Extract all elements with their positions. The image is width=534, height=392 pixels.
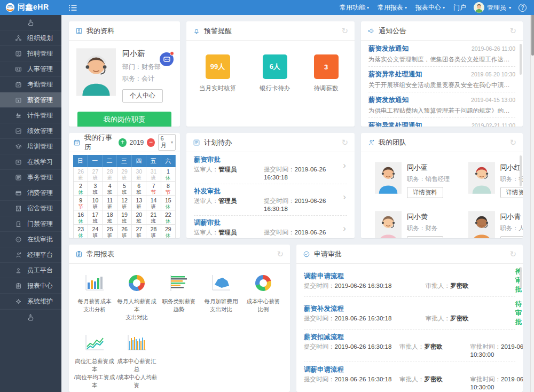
member-detail-button[interactable]: 详情资料 xyxy=(407,187,443,198)
refresh-icon[interactable]: ↻ xyxy=(509,27,516,35)
message-icon[interactable] xyxy=(160,52,174,66)
refresh-icon[interactable]: ↻ xyxy=(341,138,348,146)
refresh-icon[interactable]: ↻ xyxy=(509,138,516,146)
year-increment-button[interactable]: + xyxy=(119,138,126,147)
sidebar-item[interactable]: 绩效管理 xyxy=(0,123,61,139)
sidebar-item[interactable]: 在线审批 xyxy=(0,232,61,247)
year-decrement-button[interactable]: − xyxy=(147,138,154,147)
my-duties-button[interactable]: 我的岗位职责 xyxy=(77,112,171,127)
sidebar-item[interactable]: 人事管理 xyxy=(0,61,61,77)
chevron-right-icon[interactable]: › xyxy=(343,223,346,234)
calendar-card: 我的行事历 + 2019 − 6月 ▾ 日一二三四五六 xyxy=(69,133,180,238)
todo-title[interactable]: 调薪审批 xyxy=(194,218,347,228)
member-detail-button[interactable]: 详情资料 xyxy=(407,236,443,238)
sidebar-item[interactable]: 经理平台 xyxy=(0,247,61,263)
sidebar-item[interactable]: 计件管理 xyxy=(0,108,61,123)
day-status: 班 xyxy=(146,204,160,209)
help-icon[interactable]: ? xyxy=(519,4,527,12)
alert-stat[interactable]: 6人 银行卡待办 xyxy=(260,54,290,92)
refresh-icon[interactable]: ↻ xyxy=(277,250,284,258)
sidebar-item[interactable]: 系统维护 xyxy=(0,294,61,309)
chevron-right-icon[interactable]: › xyxy=(343,192,346,202)
user-menu[interactable]: 管理员 ▾ xyxy=(474,2,511,13)
approval-item[interactable]: 薪资扣减流程 提交时间：2019-06-26 16:30:18 审批人：罗密欧 … xyxy=(304,330,515,362)
notice-item[interactable]: 薪资发放通知 2019-06-26 11:00 为落实公文管理制度，使集团各类公… xyxy=(368,41,515,67)
approval-title[interactable]: 薪资扣减流程 xyxy=(304,333,523,342)
sidebar-collapse-hand-icon[interactable] xyxy=(0,15,61,30)
notice-title[interactable]: 薪资异常处理通知 xyxy=(368,121,422,127)
notice-item[interactable]: 薪资异常处理通知 2019-05-20 10:30 关于开展班组安全活动质量竞赛… xyxy=(368,67,515,92)
donut-chart-icon xyxy=(242,272,284,294)
calendar-year: 2019 xyxy=(130,139,144,146)
approval-title[interactable]: 调薪申请流程 xyxy=(304,272,515,281)
day-status: 班 xyxy=(132,233,146,238)
refresh-icon[interactable]: ↻ xyxy=(341,27,348,35)
day-status: 节 xyxy=(146,190,160,195)
sidebar-item-label: 消费管理 xyxy=(27,189,53,198)
approval-item[interactable]: 调薪申请流程 提交时间：2019-06-26 16:30:18 审批人：罗密欧 … xyxy=(304,362,515,392)
sidebar-item[interactable]: 员工平台 xyxy=(0,263,61,278)
profile-card-icon xyxy=(75,27,83,35)
sidebar-item[interactable]: 培训管理 xyxy=(0,139,61,154)
sidebar-item[interactable]: 招聘管理 xyxy=(0,46,61,61)
report-shortcut[interactable]: 岗位汇总薪资成本 /岗位平均工资成本 xyxy=(74,332,115,389)
header-nav-item[interactable]: 门户 ▾ xyxy=(453,3,466,12)
sidebar-item[interactable]: 在线学习 xyxy=(0,154,61,170)
refresh-icon[interactable]: ↻ xyxy=(509,250,516,258)
chevron-right-icon[interactable]: › xyxy=(343,160,346,171)
alert-stat[interactable]: 99人 当月实时核算 xyxy=(199,54,236,92)
team-member: 同小青 职务：人事经理 详情资料 xyxy=(468,211,523,238)
sidebar-collapse-hand-icon[interactable] xyxy=(0,309,61,325)
notice-item[interactable]: 薪资发放通知 2019-04-15 13:00 为供电工程贴费纳入预算管理若干问… xyxy=(368,92,515,118)
calendar-day-cell: 13 班 xyxy=(132,196,146,210)
sidebar-item[interactable]: 门禁管理 xyxy=(0,216,61,232)
personal-center-button[interactable]: 个人中心 xyxy=(122,89,163,103)
member-detail-button[interactable]: 详情资料 xyxy=(500,236,523,238)
sidebar-item[interactable]: 消费管理 xyxy=(0,185,61,201)
notice-title[interactable]: 薪资发放通知 xyxy=(368,44,409,53)
approval-item[interactable]: 薪资补发流程 提交时间：2019-06-26 16:30:18 审批人：罗密欧 … xyxy=(304,297,515,330)
report-shortcut[interactable]: 每月加班费用 支出对比 xyxy=(200,272,242,322)
card-scrollbar[interactable] xyxy=(520,267,522,388)
report-shortcut[interactable]: 职务类别薪资 趋势 xyxy=(158,272,200,322)
card-scrollbar[interactable] xyxy=(520,155,522,234)
app-logo[interactable]: 同鑫eHR xyxy=(0,3,61,12)
menu-toggle-icon[interactable] xyxy=(69,4,77,11)
sidebar-item[interactable]: 宿舍管理 xyxy=(0,201,61,216)
notice-title[interactable]: 薪资异常处理通知 xyxy=(368,70,422,79)
calendar-day-cell: 24 班 xyxy=(88,225,103,238)
report-shortcut[interactable]: 成本中心薪资 比例 xyxy=(242,272,284,322)
report-shortcut[interactable]: 成本中心薪资汇总 /成本中心人均薪资 xyxy=(116,332,158,389)
page-scrollbar[interactable] xyxy=(530,0,534,392)
sidebar-item[interactable]: 事务管理 xyxy=(0,170,61,185)
notice-title[interactable]: 薪资发放通知 xyxy=(368,96,409,105)
header-nav-item[interactable]: 常用功能 ▾ xyxy=(340,3,369,12)
report-shortcut[interactable]: 每月人均薪资成本 支出对比 xyxy=(116,272,158,322)
approval-item[interactable]: 调薪申请流程 提交时间：2019-06-26 16:30:18 审批人：罗密欧 … xyxy=(304,264,515,297)
header-nav-item[interactable]: 常用报表 ▾ xyxy=(378,3,407,12)
approval-title[interactable]: 调薪申请流程 xyxy=(304,365,523,374)
sidebar-item[interactable]: 薪资管理 xyxy=(0,92,61,108)
sidebar-item-label: 计件管理 xyxy=(27,111,53,120)
calendar-day-cell: 23 休 xyxy=(74,225,88,238)
todo-item[interactable]: 补发审批 送审人：管理员 提交时间：2019-06-26 16:30:18 › xyxy=(194,184,347,216)
report-shortcut[interactable]: 每月薪资成本 支出分析 xyxy=(74,272,115,322)
approval-title[interactable]: 薪资补发流程 xyxy=(304,304,515,313)
todo-item[interactable]: 薪资审批 送审人：管理员 提交时间：2019-06-26 16:30:18 › xyxy=(194,153,347,184)
notice-item[interactable]: 薪资异常处理通知 2019-02-21 11:00 要进一步加强供用电合同管理，… xyxy=(368,118,515,127)
sidebar-item[interactable]: 考勤管理 xyxy=(0,77,61,92)
todo-item[interactable]: 调薪审批 送审人：管理员 提交时间：2019-06-26 16:30:18 › xyxy=(194,216,347,238)
todo-title[interactable]: 补发审批 xyxy=(194,187,347,196)
sidebar-item[interactable]: 报表中心 xyxy=(0,278,61,294)
sidebar-item-label: 经理平台 xyxy=(27,250,53,260)
header-nav-item[interactable]: 报表中心 ▾ xyxy=(415,3,445,12)
approver-name: 罗密欧 xyxy=(450,315,469,322)
day-status: 班 xyxy=(117,190,131,195)
month-select[interactable]: 6月 ▾ xyxy=(158,134,176,151)
card-scrollbar[interactable] xyxy=(520,44,522,122)
alert-stat[interactable]: 3 待调薪数 xyxy=(314,54,339,92)
todo-title[interactable]: 薪资审批 xyxy=(194,155,347,164)
day-status: 班 xyxy=(88,218,102,224)
sidebar-item[interactable]: 组织规划 xyxy=(0,30,61,46)
day-number: 25 xyxy=(107,226,113,232)
